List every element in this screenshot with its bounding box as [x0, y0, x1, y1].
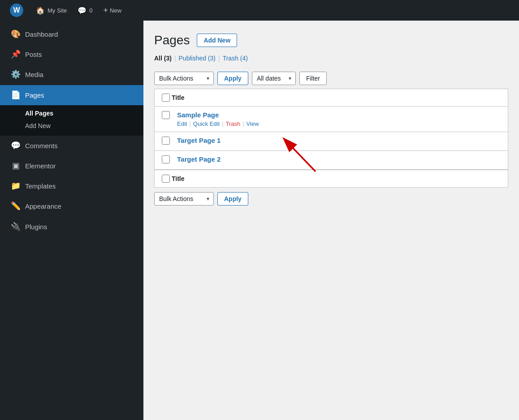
row-inner: Target Page 2: [162, 155, 501, 165]
new-item[interactable]: + New: [99, 0, 126, 21]
title-column-header: Title: [172, 94, 501, 101]
sidebar-item-label: Elementor: [25, 161, 56, 171]
table-footer-row: Title: [155, 170, 508, 187]
sidebar-item-label: Plugins: [25, 222, 47, 231]
pages-icon: 📄: [11, 90, 21, 101]
my-site-item[interactable]: 🏠 My Site: [31, 0, 71, 21]
top-toolbar: Bulk Actions Edit Move to Trash ▾ Apply …: [154, 68, 508, 89]
all-dates-select[interactable]: All dates: [252, 72, 296, 85]
wp-logo: W: [10, 4, 23, 17]
plugins-icon: 🔌: [11, 221, 21, 232]
sidebar-subitem-add-new[interactable]: Add New: [0, 120, 143, 132]
apply-button-top[interactable]: Apply: [217, 72, 248, 85]
title-header-label: Title: [172, 94, 185, 101]
add-new-button[interactable]: Add New: [197, 34, 237, 47]
admin-bar: W 🏠 My Site 💬 0 + New: [0, 0, 519, 21]
comments-count: 0: [89, 7, 92, 14]
dashboard-icon: 🎨: [11, 29, 21, 40]
row-content: Target Page 1: [177, 137, 501, 146]
posts-icon: 📌: [11, 49, 21, 60]
templates-icon: 📁: [11, 180, 21, 192]
sidebar-item-label: Comments: [25, 141, 58, 150]
row-content: Target Page 2: [177, 155, 501, 165]
edit-action[interactable]: Edit: [177, 120, 187, 127]
title-footer-label: Title: [172, 175, 185, 182]
sidebar-item-label: Media: [25, 70, 43, 79]
page-title: Pages: [154, 33, 190, 47]
appearance-icon: ✏️: [11, 201, 21, 212]
sidebar-item-appearance[interactable]: ✏️ Appearance: [0, 196, 143, 216]
quick-edit-action[interactable]: Quick Edit: [193, 120, 220, 127]
apply-button-bottom[interactable]: Apply: [217, 192, 248, 206]
pages-table: Title Sample Page Edit | Quick Edit | Tr…: [154, 89, 508, 188]
my-site-label: My Site: [48, 7, 67, 14]
table-row: Target Page 2: [155, 151, 508, 170]
comments-icon: 💬: [78, 6, 86, 15]
sep1: |: [174, 55, 176, 62]
row-actions-sample-page: Edit | Quick Edit | Trash | View: [177, 120, 501, 127]
sep: |: [189, 120, 190, 127]
add-new-sub-label: Add New: [25, 122, 51, 129]
all-dates-dropdown-wrapper: All dates ▾: [252, 72, 296, 85]
pages-submenu: All Pages Add New: [0, 105, 143, 136]
table-header-row: Title: [155, 89, 508, 107]
row-checkbox-sample-page[interactable]: [162, 111, 170, 119]
filter-tab-all[interactable]: All (3): [154, 55, 172, 62]
plus-icon: +: [104, 6, 108, 15]
layout: 🎨 Dashboard 📌 Posts ⚙️ Media 📄 Pages All…: [0, 21, 519, 420]
filter-tab-published[interactable]: Published (3): [179, 55, 216, 62]
sidebar-item-posts[interactable]: 📌 Posts: [0, 44, 143, 64]
sep: |: [222, 120, 223, 127]
bulk-actions-select[interactable]: Bulk Actions Edit Move to Trash: [154, 72, 214, 85]
row-inner: Sample Page Edit | Quick Edit | Trash | …: [162, 111, 501, 127]
sidebar-item-label: Pages: [25, 90, 44, 100]
comments-item[interactable]: 💬 0: [73, 0, 97, 21]
bulk-actions-dropdown-wrapper: Bulk Actions Edit Move to Trash ▾: [154, 72, 214, 85]
sidebar-item-media[interactable]: ⚙️ Media: [0, 64, 143, 85]
view-action[interactable]: View: [247, 120, 259, 127]
table-row: Sample Page Edit | Quick Edit | Trash | …: [155, 107, 508, 132]
home-icon: 🏠: [36, 6, 45, 15]
page-header: Pages Add New: [154, 33, 508, 47]
page-title-sample-page[interactable]: Sample Page: [177, 111, 501, 119]
comments-sidebar-icon: 💬: [11, 140, 21, 151]
sidebar-item-label: Appearance: [25, 201, 61, 211]
filter-tabs: All (3) | Published (3) | Trash (4): [154, 55, 508, 62]
sidebar-item-comments[interactable]: 💬 Comments: [0, 136, 143, 156]
sidebar-item-templates[interactable]: 📁 Templates: [0, 176, 143, 196]
all-pages-label: All Pages: [25, 110, 53, 117]
title-footer-col: Title: [172, 175, 501, 182]
main-content: Pages Add New All (3) | Published (3) | …: [143, 21, 519, 420]
media-icon: ⚙️: [11, 69, 21, 80]
sidebar-subitem-all-pages[interactable]: All Pages: [0, 107, 143, 120]
sep: |: [242, 120, 244, 127]
sidebar-item-plugins[interactable]: 🔌 Plugins: [0, 217, 143, 237]
trash-action[interactable]: Trash: [225, 120, 240, 127]
table-row: Target Page 1: [155, 132, 508, 151]
elementor-icon: ▣: [11, 160, 21, 171]
page-title-target-page-1[interactable]: Target Page 1: [177, 137, 501, 144]
sep2: |: [218, 55, 220, 62]
row-checkbox-target-page-1[interactable]: [162, 137, 170, 145]
sidebar-item-label: Posts: [25, 50, 42, 59]
bulk-actions-select-bottom[interactable]: Bulk Actions Edit Move to Trash: [154, 192, 214, 206]
sidebar-item-label: Templates: [25, 181, 56, 191]
row-checkbox-target-page-2[interactable]: [162, 155, 170, 163]
sidebar: 🎨 Dashboard 📌 Posts ⚙️ Media 📄 Pages All…: [0, 21, 143, 420]
sidebar-item-pages[interactable]: 📄 Pages: [0, 85, 143, 105]
bulk-actions-bottom-wrapper: Bulk Actions Edit Move to Trash ▾: [154, 192, 214, 206]
row-inner: Target Page 1: [162, 137, 501, 146]
select-all-footer-checkbox[interactable]: [162, 175, 170, 183]
wp-logo-item[interactable]: W: [5, 0, 30, 21]
bottom-toolbar: Bulk Actions Edit Move to Trash ▾ Apply: [154, 188, 508, 206]
filter-tab-trash[interactable]: Trash (4): [223, 55, 248, 62]
sidebar-item-dashboard[interactable]: 🎨 Dashboard: [0, 24, 143, 44]
sidebar-item-elementor[interactable]: ▣ Elementor: [0, 156, 143, 176]
filter-button[interactable]: Filter: [299, 72, 327, 85]
page-title-target-page-2[interactable]: Target Page 2: [177, 155, 501, 163]
sidebar-item-label: Dashboard: [25, 30, 58, 39]
new-label: New: [110, 7, 121, 14]
select-all-checkbox[interactable]: [162, 94, 170, 102]
row-content: Sample Page Edit | Quick Edit | Trash | …: [177, 111, 501, 127]
